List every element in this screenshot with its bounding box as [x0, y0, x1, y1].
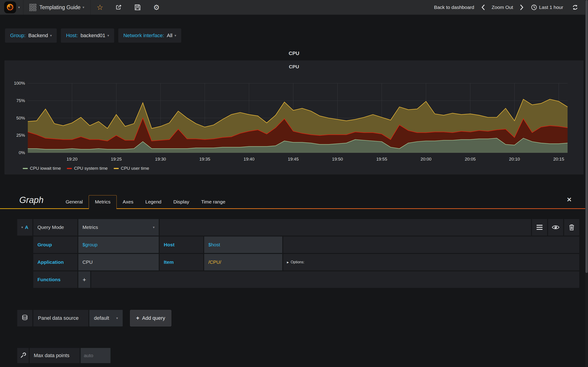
- add-query-button[interactable]: + Add query: [130, 310, 171, 326]
- legend-swatch: [67, 168, 72, 169]
- navbar-right: Back to dashboard Zoom Out Last 1 hour: [432, 0, 588, 15]
- x-axis-labels: 19:2019:2519:3019:3519:4019:4519:5019:55…: [28, 155, 568, 162]
- y-axis-labels: 100% 75% 50% 25% 0%: [5, 83, 25, 153]
- legend-item-system[interactable]: CPU system time: [67, 166, 108, 171]
- grafana-menu-caret-icon: ▾: [18, 5, 20, 9]
- trash-icon: [569, 224, 575, 231]
- caret-down-icon: ▾: [116, 316, 118, 320]
- zoom-out-button[interactable]: Zoom Out: [489, 5, 515, 10]
- x-tick-label: 20:10: [509, 157, 520, 162]
- tab-legend[interactable]: Legend: [139, 195, 167, 208]
- y-tick-label: 25%: [16, 133, 25, 138]
- page-scrollbar-thumb[interactable]: [586, 0, 588, 273]
- tab-time-range[interactable]: Time range: [195, 195, 231, 208]
- star-button[interactable]: ☆: [90, 0, 109, 15]
- tab-display[interactable]: Display: [167, 195, 195, 208]
- refresh-icon: [572, 4, 578, 10]
- max-data-points-label: Max data points: [30, 348, 80, 363]
- query-collapse-toggle[interactable]: ▾ A: [17, 219, 32, 236]
- panel-datasource-label: Panel data source: [33, 310, 88, 326]
- host-field-label: Host: [160, 236, 203, 253]
- query-mode-label: Query Mode: [33, 219, 78, 236]
- cpu-chart: 100% 75% 50% 25% 0% 19:2019:2519:3019:35…: [5, 75, 583, 174]
- settings-cell: [17, 348, 29, 363]
- query-mode-value: Metrics: [82, 225, 98, 230]
- application-field-label: Application: [33, 254, 78, 270]
- save-icon: [134, 4, 141, 11]
- plot-area[interactable]: [28, 83, 568, 153]
- x-tick-label: 20:00: [421, 157, 432, 162]
- time-shift-forward-button[interactable]: [517, 4, 527, 10]
- eye-icon: [552, 225, 560, 230]
- variable-group-label: Group:: [10, 33, 26, 39]
- legend-swatch: [114, 168, 119, 169]
- navbar-actions: ☆ ⚙: [90, 0, 166, 15]
- datasource-row: Panel data source default ▾ + Add query: [17, 310, 579, 326]
- x-tick-label: 19:50: [332, 157, 343, 162]
- add-query-label: Add query: [142, 315, 165, 321]
- variable-host-value: backend01: [81, 33, 105, 39]
- query-row-functions: Functions +: [17, 271, 579, 288]
- datasource-select[interactable]: default ▾: [89, 310, 123, 326]
- page-scrollbar[interactable]: [585, 0, 588, 367]
- tab-general[interactable]: General: [60, 195, 89, 208]
- caret-down-icon: ▾: [107, 33, 109, 38]
- x-tick-label: 19:20: [67, 157, 78, 162]
- x-tick-label: 19:55: [376, 157, 387, 162]
- options-toggle[interactable]: ▸ Options:: [283, 254, 579, 270]
- variable-group[interactable]: Group: Backend ▾: [5, 28, 57, 43]
- refresh-button[interactable]: [568, 4, 580, 10]
- options-label: Options:: [291, 260, 304, 264]
- panel-title[interactable]: CPU: [5, 61, 583, 69]
- variable-network-interface-label: Network interface:: [123, 33, 164, 39]
- query-delete-button[interactable]: [564, 219, 579, 236]
- variable-group-value: Backend: [28, 33, 48, 39]
- caret-down-icon: ▾: [50, 33, 52, 38]
- close-editor-button[interactable]: ×: [567, 195, 571, 203]
- application-field-input[interactable]: [78, 254, 159, 270]
- item-field-label: Item: [160, 254, 203, 270]
- legend-label: CPU system time: [74, 166, 108, 171]
- row-filler: [283, 236, 579, 253]
- clock-icon: [531, 4, 537, 10]
- back-to-dashboard-link[interactable]: Back to dashboard: [432, 5, 476, 10]
- gear-icon: ⚙: [153, 3, 160, 12]
- legend-item-iowait[interactable]: CPU iowait time: [23, 166, 61, 171]
- grafana-menu[interactable]: ▾: [0, 0, 23, 15]
- dashboard-row-title[interactable]: CPU: [0, 50, 588, 57]
- add-function-button[interactable]: +: [78, 271, 90, 288]
- dashboard-title-caret-icon: ▾: [83, 5, 85, 9]
- y-tick-label: 0%: [19, 150, 25, 155]
- dashboard-title: Templating Guide: [40, 4, 81, 10]
- variable-network-interface[interactable]: Network interface: All ▾: [118, 28, 181, 43]
- query-toggle-visibility-button[interactable]: [548, 219, 563, 236]
- variable-host[interactable]: Host: backend01 ▾: [61, 28, 114, 43]
- x-tick-label: 19:40: [243, 157, 254, 162]
- star-icon: ☆: [97, 3, 103, 12]
- cpu-graph-panel: CPU 100% 75% 50% 25% 0% 19:2019:2519:301…: [5, 60, 583, 174]
- variable-network-interface-value: All: [167, 33, 172, 39]
- settings-button[interactable]: ⚙: [147, 0, 166, 15]
- query-mode-select[interactable]: Metrics ▾: [78, 219, 159, 236]
- x-tick-label: 19:30: [155, 157, 166, 162]
- legend-item-user[interactable]: CPU user time: [114, 166, 149, 171]
- row-filler: [91, 271, 579, 288]
- max-data-points-input[interactable]: [81, 348, 111, 363]
- template-variables: Group: Backend ▾ Host: backend01 ▾ Netwo…: [5, 28, 588, 43]
- grafana-logo-icon: [4, 1, 16, 13]
- time-shift-back-button[interactable]: [478, 4, 488, 10]
- query-menu-button[interactable]: [532, 219, 547, 236]
- plus-icon: +: [136, 315, 139, 321]
- time-range-picker[interactable]: Last 1 hour: [528, 4, 566, 10]
- group-field-input[interactable]: [78, 236, 159, 253]
- item-field-input[interactable]: [204, 254, 282, 270]
- host-field-input[interactable]: [204, 236, 282, 253]
- dashboard-title-menu[interactable]: Templating Guide ▾: [23, 0, 91, 15]
- options-caret-icon: ▸: [287, 260, 289, 265]
- share-button[interactable]: [109, 0, 128, 15]
- legend-swatch: [23, 168, 28, 169]
- x-tick-label: 20:05: [465, 157, 476, 162]
- tab-metrics[interactable]: Metrics: [89, 195, 117, 209]
- tab-axes[interactable]: Axes: [117, 195, 139, 208]
- save-button[interactable]: [128, 0, 147, 15]
